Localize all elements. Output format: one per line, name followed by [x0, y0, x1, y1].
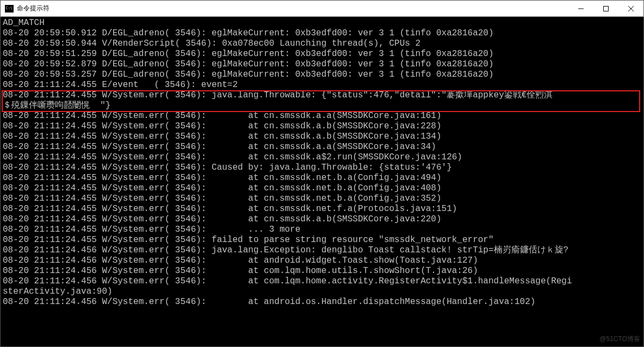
- watermark: @51CTO博客: [599, 334, 640, 344]
- terminal-line: 08-20 21:11:24.455 W/System.err( 3546): …: [3, 152, 641, 163]
- terminal-line: 08-20 21:11:24.455 W/System.err( 3546): …: [3, 235, 641, 245]
- window-title: 命令提示符: [17, 4, 49, 13]
- terminal-line: 08-20 21:11:24.455 W/System.err( 3546): …: [3, 132, 641, 142]
- cmd-icon: [5, 5, 14, 13]
- maximize-button[interactable]: [593, 1, 618, 17]
- terminal-line: 08-20 21:11:24.455 W/System.err( 3546): …: [3, 142, 641, 152]
- terminal-line: 08-20 21:11:24.455 E/event ( 3546): even…: [3, 80, 641, 90]
- terminal-line: 08-20 21:11:24.455 W/System.err( 3546): …: [3, 90, 641, 101]
- terminal-line: 08-20 21:11:24.455 W/System.err( 3546): …: [3, 214, 641, 225]
- terminal-line: 08-20 20:59:50.944 V/RenderScript( 3546)…: [3, 39, 641, 49]
- terminal-line: 08-20 21:11:24.456 W/System.err( 3546): …: [3, 266, 641, 276]
- terminal-line: 08-20 21:11:24.456 W/System.err( 3546): …: [3, 276, 641, 287]
- terminal-line: 08-20 21:11:24.455 W/System.err( 3546): …: [3, 111, 641, 121]
- terminal-line: 08-20 20:59:50.912 D/EGL_adreno( 3546): …: [3, 28, 641, 39]
- close-button[interactable]: [618, 1, 643, 17]
- terminal-line: 08-20 21:11:24.456 W/System.err( 3546): …: [3, 245, 641, 256]
- terminal-line: sterActivity.java:90): [3, 287, 641, 297]
- terminal-line: 08-20 21:11:24.455 W/System.err( 3546): …: [3, 225, 641, 235]
- terminal-output[interactable]: AD_MATCH08-20 20:59:50.912 D/EGL_adreno(…: [1, 17, 643, 346]
- terminal-line: 08-20 21:11:24.455 W/System.err( 3546): …: [3, 163, 641, 173]
- terminal-line: 08-20 21:11:24.456 W/System.err( 3546): …: [3, 297, 641, 307]
- terminal-line: 08-20 21:11:24.455 W/System.err( 3546): …: [3, 204, 641, 214]
- terminal-line: 08-20 20:59:52.879 D/EGL_adreno( 3546): …: [3, 59, 641, 70]
- terminal-line: 08-20 21:11:24.455 W/System.err( 3546): …: [3, 194, 641, 204]
- terminal-line: 08-20 21:11:24.455 W/System.err( 3546): …: [3, 121, 641, 132]
- terminal-line: 08-20 21:11:24.456 W/System.err( 3546): …: [3, 256, 641, 266]
- svg-rect-1: [604, 6, 609, 11]
- titlebar[interactable]: 命令提示符: [1, 1, 643, 17]
- terminal-line: ＄殑鏁伴噺瓒呴嚭闄愰 "}: [3, 101, 641, 111]
- command-prompt-window: 命令提示符 AD_MATCH08-20 20:59:50.912 D/EGL_a…: [0, 0, 644, 347]
- terminal-line: 08-20 21:11:24.455 W/System.err( 3546): …: [3, 173, 641, 183]
- minimize-button[interactable]: [568, 1, 593, 17]
- terminal-line: AD_MATCH: [3, 18, 641, 28]
- terminal-line: 08-20 20:59:51.259 D/EGL_adreno( 3546): …: [3, 49, 641, 59]
- terminal-line: 08-20 21:11:24.455 W/System.err( 3546): …: [3, 183, 641, 194]
- terminal-line: 08-20 20:59:53.257 D/EGL_adreno( 3546): …: [3, 70, 641, 80]
